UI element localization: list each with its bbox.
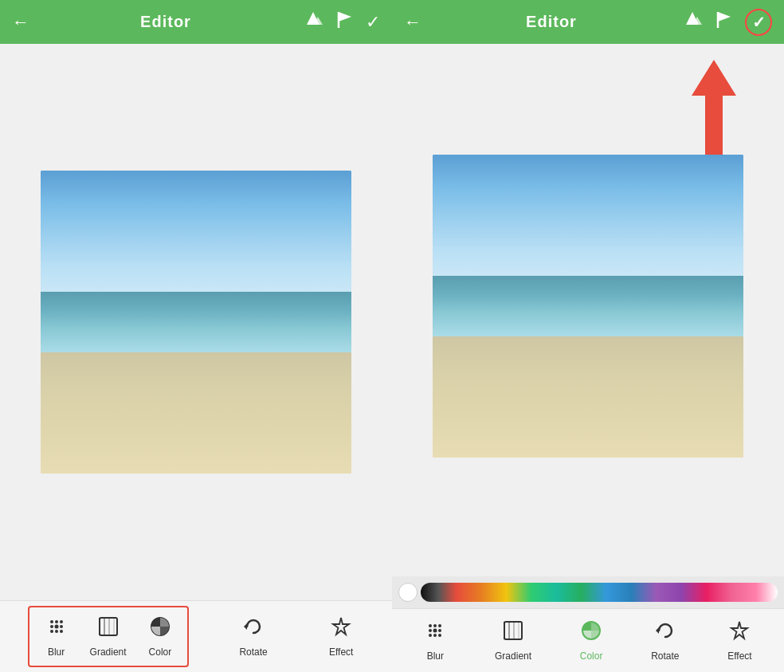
right-mountain-icon[interactable] bbox=[681, 9, 704, 35]
svg-point-11 bbox=[55, 630, 58, 633]
effect-label-right: Effect bbox=[727, 650, 751, 662]
svg-marker-40 bbox=[656, 627, 659, 634]
svg-point-5 bbox=[55, 620, 58, 623]
flag-icon[interactable] bbox=[334, 9, 356, 35]
rotate-icon bbox=[242, 615, 265, 643]
right-check-circle-button[interactable]: ✓ bbox=[745, 9, 772, 36]
left-panel: ← Editor ✓ bbox=[0, 0, 392, 672]
svg-marker-19 bbox=[244, 623, 247, 630]
left-sand bbox=[41, 328, 351, 474]
left-back-button[interactable]: ← bbox=[12, 12, 29, 33]
left-beach-image bbox=[41, 171, 351, 474]
color-label-left: Color bbox=[149, 646, 172, 658]
gradient-tool-right[interactable]: Gradient bbox=[484, 615, 543, 666]
blur-icon bbox=[45, 615, 68, 643]
svg-point-33 bbox=[438, 634, 441, 637]
right-toolbar: Blur Gradient bbox=[392, 608, 784, 672]
color-gradient[interactable] bbox=[421, 583, 778, 602]
effect-tool-left[interactable]: Effect bbox=[318, 611, 364, 662]
right-color-icon bbox=[580, 619, 602, 647]
svg-point-6 bbox=[60, 620, 63, 623]
right-header-actions: ✓ bbox=[681, 9, 772, 36]
color-label-right: Color bbox=[580, 650, 603, 662]
svg-marker-20 bbox=[333, 618, 349, 635]
arrow-up-icon bbox=[692, 60, 736, 96]
svg-point-12 bbox=[60, 630, 63, 633]
mountain-icon[interactable] bbox=[302, 9, 324, 35]
svg-point-29 bbox=[433, 629, 437, 633]
effect-icon bbox=[330, 615, 352, 643]
blur-label-left: Blur bbox=[48, 646, 65, 658]
blur-tool-left[interactable]: Blur bbox=[34, 611, 79, 662]
rotate-tool-left[interactable]: Rotate bbox=[228, 611, 278, 662]
left-toolbar: Blur Gradient bbox=[0, 600, 392, 672]
left-image-area bbox=[0, 44, 392, 600]
right-panel: ← Editor ✓ bbox=[392, 0, 784, 672]
right-rotate-icon bbox=[654, 619, 676, 647]
rotate-label-right: Rotate bbox=[651, 650, 679, 662]
right-header: ← Editor ✓ bbox=[392, 0, 784, 44]
svg-point-9 bbox=[60, 625, 63, 628]
left-header: ← Editor ✓ bbox=[0, 0, 392, 44]
svg-marker-2 bbox=[339, 12, 351, 22]
effect-tool-right[interactable]: Effect bbox=[716, 615, 762, 666]
gradient-tool-left[interactable]: Gradient bbox=[79, 611, 138, 662]
right-flag-icon[interactable] bbox=[713, 9, 735, 35]
left-check-button[interactable]: ✓ bbox=[366, 12, 380, 33]
white-color-swatch[interactable] bbox=[398, 583, 417, 602]
svg-point-25 bbox=[429, 624, 432, 627]
color-tool-right[interactable]: Color bbox=[569, 615, 614, 666]
right-gradient-icon bbox=[502, 619, 524, 647]
blur-tool-right[interactable]: Blur bbox=[413, 615, 457, 666]
effect-label-left: Effect bbox=[329, 646, 353, 658]
right-check-icon: ✓ bbox=[752, 13, 766, 32]
right-effect-icon bbox=[728, 619, 751, 647]
right-beach-image bbox=[433, 155, 743, 458]
blur-label-right: Blur bbox=[427, 650, 444, 662]
right-editor-title: Editor bbox=[526, 13, 577, 31]
rotate-tool-right[interactable]: Rotate bbox=[640, 615, 690, 666]
svg-point-31 bbox=[429, 634, 432, 637]
svg-point-4 bbox=[50, 620, 53, 623]
left-tool-group-bordered: Blur Gradient bbox=[28, 606, 190, 667]
svg-point-10 bbox=[50, 630, 53, 633]
svg-point-8 bbox=[54, 625, 58, 629]
arrow-annotation bbox=[692, 60, 736, 159]
gradient-icon bbox=[97, 615, 120, 643]
svg-point-32 bbox=[433, 634, 437, 637]
color-tool-left[interactable]: Color bbox=[138, 611, 183, 662]
left-header-actions: ✓ bbox=[302, 9, 380, 35]
svg-point-27 bbox=[438, 624, 441, 627]
gradient-label-left: Gradient bbox=[90, 646, 127, 658]
arrow-shaft bbox=[705, 96, 723, 159]
svg-point-26 bbox=[433, 624, 437, 627]
color-icon bbox=[149, 615, 171, 643]
svg-marker-41 bbox=[731, 622, 747, 639]
right-back-button[interactable]: ← bbox=[404, 12, 421, 33]
svg-point-7 bbox=[50, 625, 53, 628]
left-editor-title: Editor bbox=[140, 13, 191, 31]
gradient-label-right: Gradient bbox=[495, 650, 531, 662]
svg-marker-23 bbox=[718, 12, 731, 22]
right-blur-icon bbox=[424, 619, 446, 647]
color-picker-bar[interactable] bbox=[392, 576, 784, 608]
svg-point-30 bbox=[438, 629, 441, 632]
rotate-label-left: Rotate bbox=[239, 646, 267, 658]
svg-point-28 bbox=[429, 629, 432, 632]
right-sand bbox=[433, 312, 743, 458]
